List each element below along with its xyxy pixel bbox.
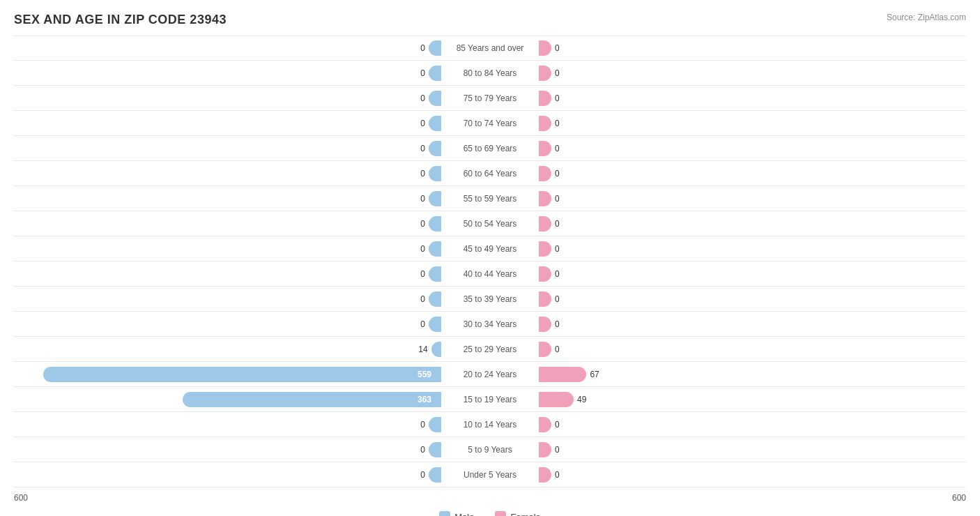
bar-row: 0 70 to 74 Years 0: [14, 111, 966, 136]
center-label: 65 to 69 Years: [441, 142, 539, 155]
legend-female-box: [495, 511, 506, 516]
female-bar: [539, 66, 551, 81]
female-bar: [539, 91, 551, 106]
male-bar: [429, 91, 441, 106]
right-section: 67: [539, 362, 966, 386]
female-value: 0: [555, 93, 560, 103]
left-section: 0: [14, 211, 441, 236]
female-value: 0: [555, 119, 560, 128]
female-value: 0: [555, 319, 560, 329]
male-bar: [429, 467, 441, 483]
male-value: 0: [420, 420, 425, 430]
right-section: 0: [539, 36, 966, 60]
left-section: 0: [14, 61, 441, 85]
male-bar: 363: [183, 392, 441, 407]
right-section: 0: [539, 61, 966, 85]
right-section: 0: [539, 111, 966, 135]
right-section: 0: [539, 337, 966, 361]
center-label: 45 to 49 Years: [441, 243, 539, 255]
right-section: 0: [539, 462, 966, 487]
male-value: 0: [420, 93, 425, 103]
male-value: 0: [420, 244, 425, 254]
male-bar: [429, 166, 441, 181]
bar-row: 0 45 to 49 Years 0: [14, 236, 966, 261]
center-label: 70 to 74 Years: [441, 117, 539, 130]
age-label: Under 5 Years: [459, 469, 521, 481]
female-bar: [539, 116, 551, 131]
center-label: 80 to 84 Years: [441, 67, 539, 79]
female-value-outside: 67: [590, 370, 599, 379]
center-label: 15 to 19 Years: [441, 393, 539, 406]
age-label: 80 to 84 Years: [459, 67, 521, 79]
female-value: 0: [555, 445, 560, 455]
left-section: 0: [14, 287, 441, 311]
female-bar: [539, 467, 551, 483]
right-section: 0: [539, 236, 966, 261]
male-value: 0: [420, 43, 425, 53]
right-section: 0: [539, 186, 966, 211]
left-section: 0: [14, 86, 441, 110]
left-section: 363: [14, 387, 441, 411]
right-section: 0: [539, 312, 966, 336]
female-bar: [539, 166, 551, 181]
male-value-inside: 559: [412, 370, 437, 379]
female-value: 0: [555, 344, 560, 354]
bar-row: 0 55 to 59 Years 0: [14, 186, 966, 211]
male-value: 0: [420, 119, 425, 128]
male-bar: [429, 116, 441, 131]
center-label: 5 to 9 Years: [441, 443, 539, 456]
male-bar: [429, 241, 441, 257]
female-value: 0: [555, 219, 560, 229]
bar-row: 0 30 to 34 Years 0: [14, 312, 966, 337]
axis-left: 600: [14, 493, 28, 503]
male-value: 0: [420, 68, 425, 78]
age-label: 75 to 79 Years: [459, 92, 521, 105]
male-bar: 559: [43, 367, 441, 382]
age-label: 35 to 39 Years: [459, 293, 521, 305]
female-bar: [539, 40, 551, 56]
center-label: 85 Years and over: [441, 42, 539, 54]
center-label: 50 to 54 Years: [441, 218, 539, 230]
female-bar: [539, 141, 551, 156]
female-bar: [539, 367, 586, 382]
female-value: 0: [555, 194, 560, 204]
age-label: 65 to 69 Years: [459, 142, 521, 155]
male-bar: [429, 191, 441, 206]
female-bar: [539, 342, 551, 357]
right-section: 0: [539, 211, 966, 236]
center-label: 40 to 44 Years: [441, 268, 539, 280]
left-section: 0: [14, 462, 441, 487]
bar-row: 0 50 to 54 Years 0: [14, 211, 966, 236]
chart-source: Source: ZipAtlas.com: [887, 13, 966, 22]
female-bar: [539, 191, 551, 206]
right-section: 0: [539, 437, 966, 462]
left-section: 0: [14, 236, 441, 261]
left-section: 0: [14, 36, 441, 60]
female-value: 0: [555, 269, 560, 279]
legend-male: Male: [439, 511, 474, 516]
female-value: 0: [555, 470, 560, 480]
center-label: 55 to 59 Years: [441, 192, 539, 205]
male-bar: [429, 442, 441, 457]
left-section: 0: [14, 261, 441, 286]
male-bar: [429, 66, 441, 81]
male-value: 0: [420, 294, 425, 304]
legend-male-label: Male: [454, 512, 474, 517]
left-section: 0: [14, 186, 441, 211]
male-bar: [429, 317, 441, 332]
age-label: 10 to 14 Years: [459, 418, 521, 431]
bar-row: 0 75 to 79 Years 0: [14, 86, 966, 111]
center-label: Under 5 Years: [441, 469, 539, 481]
age-label: 70 to 74 Years: [459, 117, 521, 130]
female-value: 0: [555, 420, 560, 430]
axis-row: 600 600: [14, 487, 966, 507]
male-bar: [429, 266, 441, 282]
male-value: 0: [420, 319, 425, 329]
bar-row: 0 80 to 84 Years 0: [14, 61, 966, 86]
female-bar: [539, 392, 574, 407]
male-bar: [429, 417, 441, 432]
right-section: 0: [539, 86, 966, 110]
male-value: 0: [420, 169, 425, 179]
legend-female: Female: [495, 511, 540, 516]
right-section: 0: [539, 412, 966, 437]
